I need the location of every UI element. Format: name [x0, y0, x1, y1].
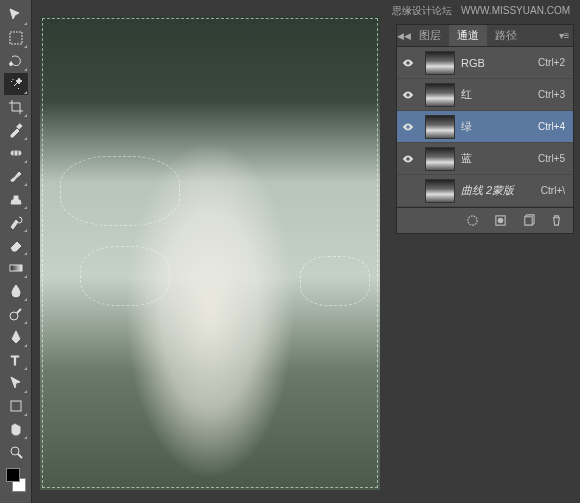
svg-point-15: [497, 218, 503, 224]
channel-name: 曲线 2蒙版: [461, 183, 541, 198]
tab-layers[interactable]: 图层: [411, 25, 449, 46]
channel-shortcut: Ctrl+\: [541, 185, 565, 196]
channel-shortcut: Ctrl+5: [538, 153, 565, 164]
svg-point-5: [10, 312, 18, 320]
healing-brush-tool[interactable]: [4, 142, 28, 164]
panel-footer: [397, 207, 573, 233]
history-brush-tool[interactable]: [4, 211, 28, 233]
svg-text:T: T: [11, 353, 19, 368]
foreground-color-swatch[interactable]: [6, 468, 20, 482]
channel-shortcut: Ctrl+2: [538, 57, 565, 68]
zoom-tool[interactable]: [4, 441, 28, 463]
eraser-tool[interactable]: [4, 234, 28, 256]
svg-rect-0: [10, 32, 22, 44]
collapse-icon[interactable]: ◀◀: [397, 31, 411, 41]
tab-channels[interactable]: 通道: [449, 25, 487, 46]
load-selection-icon[interactable]: [465, 214, 479, 228]
dodge-tool[interactable]: [4, 303, 28, 325]
channel-thumbnail: [425, 83, 455, 107]
svg-point-12: [406, 157, 410, 161]
panel-tabs: 图层 通道 路径: [411, 25, 555, 46]
watermark-text: 思缘设计论坛: [392, 5, 452, 16]
delete-channel-icon[interactable]: [549, 214, 563, 228]
new-channel-icon[interactable]: [521, 214, 535, 228]
channel-blue[interactable]: 蓝 Ctrl+5: [397, 143, 573, 175]
move-tool[interactable]: [4, 4, 28, 26]
svg-rect-7: [11, 401, 21, 411]
magic-wand-tool[interactable]: [4, 73, 28, 95]
clone-stamp-tool[interactable]: [4, 188, 28, 210]
crop-tool[interactable]: [4, 96, 28, 118]
channel-red[interactable]: 红 Ctrl+3: [397, 79, 573, 111]
canvas[interactable]: [40, 16, 380, 490]
toolbar: T: [0, 0, 32, 503]
svg-point-13: [467, 216, 476, 225]
visibility-icon[interactable]: [397, 152, 419, 166]
channels-panel: ◀◀ 图层 通道 路径 ▾≡ RGB Ctrl+2 红 Ctrl+3 绿 Ctr…: [396, 24, 574, 234]
channel-list: RGB Ctrl+2 红 Ctrl+3 绿 Ctrl+4 蓝 Ctrl+5 曲线…: [397, 47, 573, 207]
channel-thumbnail: [425, 51, 455, 75]
color-swatches[interactable]: [4, 468, 28, 492]
svg-point-11: [406, 125, 410, 129]
lasso-tool[interactable]: [4, 50, 28, 72]
svg-rect-4: [10, 265, 22, 271]
channel-shortcut: Ctrl+4: [538, 121, 565, 132]
channel-mask[interactable]: 曲线 2蒙版 Ctrl+\: [397, 175, 573, 207]
type-tool[interactable]: T: [4, 349, 28, 371]
document-image: [40, 16, 380, 490]
svg-rect-3: [11, 151, 21, 155]
marquee-tool[interactable]: [4, 27, 28, 49]
gradient-tool[interactable]: [4, 257, 28, 279]
channel-thumbnail: [425, 115, 455, 139]
svg-point-9: [406, 61, 410, 65]
watermark-url: WWW.MISSYUAN.COM: [461, 5, 570, 16]
blur-tool[interactable]: [4, 280, 28, 302]
svg-point-1: [9, 63, 12, 66]
panel-header: ◀◀ 图层 通道 路径 ▾≡: [397, 25, 573, 47]
svg-point-8: [11, 447, 19, 455]
eyedropper-tool[interactable]: [4, 119, 28, 141]
brush-tool[interactable]: [4, 165, 28, 187]
shape-tool[interactable]: [4, 395, 28, 417]
panel-menu-icon[interactable]: ▾≡: [555, 30, 573, 41]
tab-paths[interactable]: 路径: [487, 25, 525, 46]
hand-tool[interactable]: [4, 418, 28, 440]
channel-thumbnail: [425, 147, 455, 171]
watermark: 思缘设计论坛 WWW.MISSYUAN.COM: [386, 4, 570, 18]
path-selection-tool[interactable]: [4, 372, 28, 394]
channel-name: RGB: [461, 57, 538, 69]
channel-name: 绿: [461, 119, 538, 134]
visibility-icon[interactable]: [397, 88, 419, 102]
svg-point-10: [406, 93, 410, 97]
channel-shortcut: Ctrl+3: [538, 89, 565, 100]
channel-thumbnail: [425, 179, 455, 203]
channel-green[interactable]: 绿 Ctrl+4: [397, 111, 573, 143]
visibility-icon[interactable]: [397, 56, 419, 70]
visibility-icon[interactable]: [397, 120, 419, 134]
svg-rect-2: [16, 124, 21, 129]
channel-name: 红: [461, 87, 538, 102]
save-selection-icon[interactable]: [493, 214, 507, 228]
channel-rgb[interactable]: RGB Ctrl+2: [397, 47, 573, 79]
channel-name: 蓝: [461, 151, 538, 166]
pen-tool[interactable]: [4, 326, 28, 348]
